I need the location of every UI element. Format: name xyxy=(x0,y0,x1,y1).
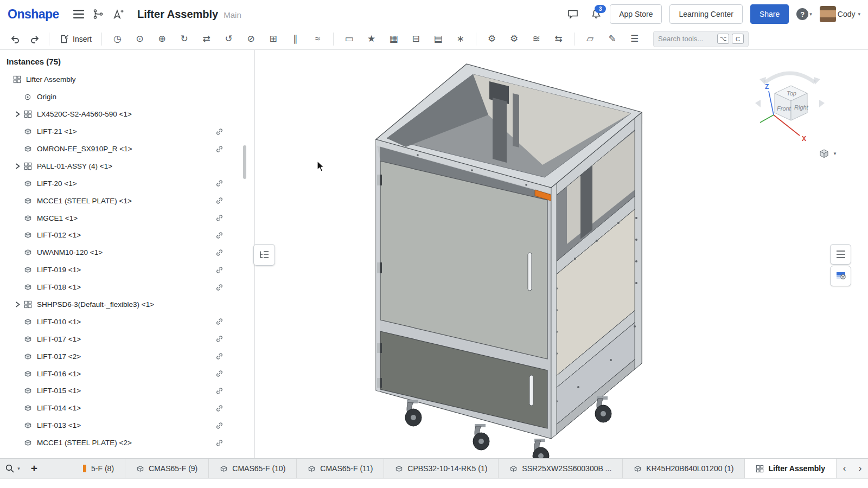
part-icon xyxy=(22,266,34,274)
pattern-icon[interactable]: ▤ xyxy=(427,28,449,50)
expand-chevron-icon[interactable] xyxy=(13,163,22,169)
undo-icon[interactable] xyxy=(7,31,23,47)
instance-row[interactable]: MCCE1 (STEEL PLATE) <2> xyxy=(0,434,254,452)
revolute-mate-icon[interactable]: ↻ xyxy=(173,28,195,50)
instance-row[interactable]: LIFT-010 <1> xyxy=(0,313,254,330)
redo-icon[interactable] xyxy=(27,31,43,47)
replicate-icon[interactable]: ▦ xyxy=(382,28,405,50)
instance-row[interactable]: UWANM10-120 <1> xyxy=(0,244,254,261)
workspace-name[interactable]: Main xyxy=(224,10,241,20)
instance-row[interactable]: SHHPSD6-3(Default-_flexible3) <1> xyxy=(0,296,254,313)
expand-chevron-icon[interactable] xyxy=(13,301,22,307)
app-store-button[interactable]: App Store xyxy=(610,4,662,24)
user-menu[interactable]: Cody ▾ xyxy=(820,6,860,22)
view-mode-button[interactable]: ▾ xyxy=(812,145,843,162)
document-tab[interactable]: SSR25XW2SS600300B ... xyxy=(499,459,623,478)
instance-label: PALL-01-ASSY (4) <1> xyxy=(37,162,112,170)
document-title[interactable]: Lifter Assembly xyxy=(137,8,218,21)
instance-row[interactable]: MGCE1 <1> xyxy=(0,209,254,227)
document-tab[interactable]: CMAS65-F (9) xyxy=(125,459,209,478)
instance-row[interactable]: LX4520C-S2-A4560-590 <1> xyxy=(0,106,254,123)
tabs-scroll-right-icon[interactable]: › xyxy=(852,459,868,478)
view-cube-top-label[interactable]: Top xyxy=(787,90,796,97)
instance-row[interactable]: LIFT-017 <2> xyxy=(0,348,254,365)
instance-row[interactable]: OMRON-EE_SX910P_R <1> xyxy=(0,140,254,158)
mate-icon[interactable]: ◷ xyxy=(106,28,129,50)
shaded-view-icon xyxy=(819,148,829,159)
panel-scrollbar[interactable] xyxy=(243,145,246,179)
document-tab[interactable]: CMAS65-F (11) xyxy=(297,459,384,478)
insert-button[interactable]: Insert xyxy=(54,34,97,44)
view-cube[interactable]: Top Front Right Z X xyxy=(752,59,828,145)
instance-label: LIFT-015 <1> xyxy=(37,387,81,395)
parallel-mate-icon[interactable]: ∥ xyxy=(284,28,307,50)
tangent-mate-icon[interactable]: ≈ xyxy=(307,28,329,50)
instance-row[interactable]: LIFT-20 <1> xyxy=(0,175,254,192)
belt-relation-icon[interactable]: ⇆ xyxy=(547,28,570,50)
document-tab[interactable]: CMAS65-F (10) xyxy=(209,459,297,478)
feature-list-panel-toggle[interactable] xyxy=(830,244,851,265)
instance-row[interactable]: PALL-01-ASSY (4) <1> xyxy=(0,157,254,175)
user-name: Cody xyxy=(838,10,856,18)
instance-row[interactable]: MCCE1 (STEEL PLATE) <1> xyxy=(0,192,254,209)
instance-row[interactable]: LIFT-019 <1> xyxy=(0,261,254,279)
help-menu[interactable]: ? ▾ xyxy=(796,8,812,20)
insert-part-icon[interactable]: ⊟ xyxy=(405,28,427,50)
named-views-icon[interactable]: ★ xyxy=(360,28,382,50)
instances-flyout-toggle[interactable] xyxy=(253,244,275,266)
part-icon xyxy=(22,231,34,239)
cylindrical-mate-icon[interactable]: ⊙ xyxy=(129,28,151,50)
instance-row[interactable]: Origin xyxy=(0,88,254,106)
door-handle xyxy=(528,253,532,291)
expand-chevron-icon[interactable] xyxy=(13,111,22,117)
instance-row[interactable]: LIFT-018 <1> xyxy=(0,279,254,296)
instance-row[interactable]: LIFT-016 <1> xyxy=(0,365,254,382)
tab-search-button[interactable]: ▾ xyxy=(0,459,25,478)
search-tools-input[interactable]: Search tools... ⌥ C xyxy=(653,31,749,47)
comments-icon[interactable] xyxy=(565,6,581,22)
view-cube-right-label[interactable]: Right xyxy=(794,104,809,111)
linked-document-icon xyxy=(215,266,224,274)
planar-mate-icon[interactable]: ⊞ xyxy=(262,28,284,50)
plus-icon: + xyxy=(31,462,37,475)
instance-label: LIFT-21 <1> xyxy=(37,127,77,136)
screw-relation-icon[interactable]: ≋ xyxy=(525,28,547,50)
notifications-bell-icon[interactable]: 3 xyxy=(590,8,602,20)
pin-slot-icon[interactable]: ⊘ xyxy=(240,28,262,50)
explode-icon[interactable]: ∗ xyxy=(449,28,471,50)
instance-row[interactable]: Lifter Assembly xyxy=(0,71,254,88)
learning-center-button[interactable]: Learning Center xyxy=(669,4,742,24)
translate-arrows-icon[interactable]: ⇄ xyxy=(195,28,218,50)
instance-row[interactable]: LIFT-012 <1> xyxy=(0,227,254,244)
document-tab[interactable]: 5-F (8) xyxy=(72,459,125,478)
bom-table-panel-toggle[interactable] xyxy=(830,266,851,286)
bom-table-icon xyxy=(835,271,846,281)
bom-icon[interactable]: ☰ xyxy=(623,28,646,50)
3d-viewport[interactable]: Top Front Right Z X ▾ xyxy=(255,50,868,458)
view-cube-front-label[interactable]: Front xyxy=(777,105,792,112)
instance-row[interactable]: LIFT-015 <1> xyxy=(0,382,254,400)
help-icon[interactable]: ? xyxy=(796,8,808,20)
box-select-icon[interactable]: ▭ xyxy=(338,28,360,50)
instance-row[interactable]: LIFT-014 <1> xyxy=(0,400,254,417)
topbar-right-group: 3 App Store Learning Center Share ? ▾ Co… xyxy=(563,4,860,24)
follow-mode-icon[interactable] xyxy=(110,6,126,22)
rack-relation-icon[interactable]: ⚙ xyxy=(503,28,525,50)
instance-row[interactable]: LIFT-21 <1> xyxy=(0,123,254,140)
document-tab[interactable]: CPBS32-10-14-RK5 (1) xyxy=(384,459,499,478)
ball-mate-icon[interactable]: ⊕ xyxy=(151,28,173,50)
instance-row[interactable]: LIFT-017 <1> xyxy=(0,330,254,348)
share-button[interactable]: Share xyxy=(750,4,789,24)
instance-row[interactable]: LIFT-013 <1> xyxy=(0,417,254,434)
rotate-icon[interactable]: ↺ xyxy=(218,28,240,50)
new-tab-button[interactable]: + xyxy=(25,459,43,478)
version-graph-icon[interactable] xyxy=(90,6,106,22)
document-tab[interactable]: KR45H20B640L01200 (1) xyxy=(623,459,745,478)
gear-relation-icon[interactable]: ⚙ xyxy=(481,28,503,50)
view-cube-body[interactable]: Top Front Right xyxy=(775,86,809,120)
tabs-scroll-left-icon[interactable]: ‹ xyxy=(837,459,852,478)
edit-document-icon[interactable]: ✎ xyxy=(601,28,623,50)
drawing-icon[interactable]: ▱ xyxy=(579,28,601,50)
document-tab[interactable]: Lifter Assembly xyxy=(745,459,837,478)
main-menu-icon[interactable] xyxy=(71,6,87,22)
